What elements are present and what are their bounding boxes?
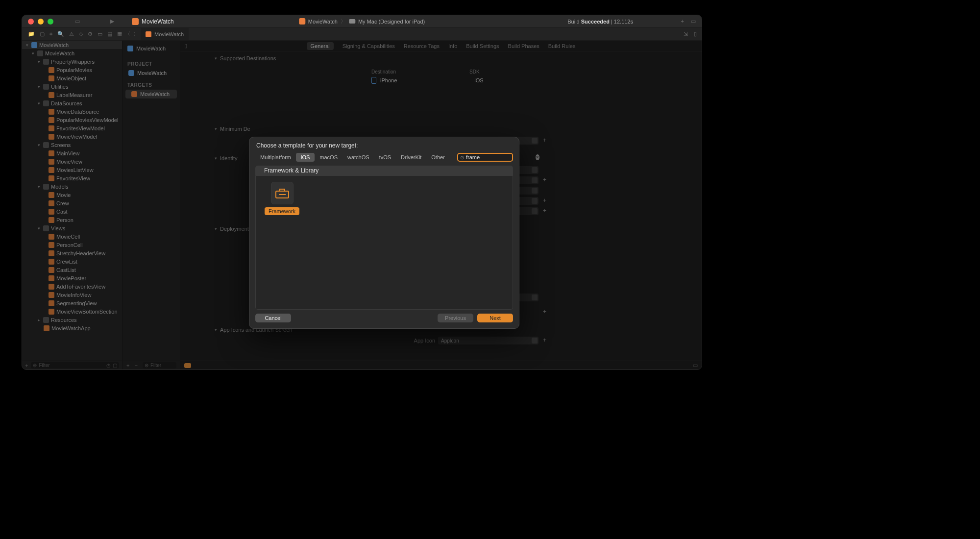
xcode-window: ▭ ▶ MovieWatch MovieWatch 〉 My Mac (Desi… [22,15,702,370]
scheme-selector[interactable]: MovieWatch 〉 My Mac (Designed for iPad) [299,18,425,25]
modal-title: Choose a template for your new target: [249,137,519,153]
content-area: ▾ MovieWatch ▾ MovieWatch ▾PropertyWrapp… [22,41,702,369]
editor-nav-buttons: ▦ 〈 〉 [117,30,139,38]
library-icon[interactable]: ▭ [691,18,696,24]
project-tab-icon [146,31,151,37]
clear-search-icon[interactable]: ✕ [536,154,539,160]
run-button-icon[interactable]: ▶ [110,18,114,24]
tab-label: MovieWatch [154,31,184,37]
project-title[interactable]: MovieWatch [132,18,174,25]
navigator-selector-bar: 󠀠📁 ▢ ⌗ 🔍 ⚠ ◇ ⚙ ▭ ▤ ▦ 〈 〉 MovieWatch ⇲ ▯ [22,28,702,41]
template-grid: Framework [255,175,513,310]
forward-icon[interactable]: 〉 [133,30,139,38]
template-category-header: Framework & Library [255,166,513,175]
platform-tab-multiplatform[interactable]: Multiplatform [255,153,296,162]
navigator-toggle-icon[interactable]: ▭ [75,18,80,24]
previous-button[interactable]: Previous [438,314,473,322]
debug-icon[interactable]: ⚙ [88,31,93,37]
titlebar-right-controls: + ▭ [681,18,696,24]
next-button[interactable]: Next [477,314,513,322]
build-status: Build Succeeded | 12.112s [567,19,633,24]
template-label: Framework [265,207,299,215]
folder-icon[interactable]: 󠀠📁 [28,31,35,37]
app-icon [132,18,139,25]
minimize-window-button[interactable] [38,19,44,24]
title-bar: ▭ ▶ MovieWatch MovieWatch 〉 My Mac (Desi… [22,15,702,28]
platform-tabs: Multiplatform iOS macOS watchOS tvOS Dri… [255,153,450,162]
close-window-button[interactable] [28,19,34,24]
layout-icon[interactable]: ⇲ [684,31,688,37]
platform-tab-other[interactable]: Other [426,153,450,162]
platform-selector-row: Multiplatform iOS macOS watchOS tvOS Dri… [249,153,519,166]
reports-icon[interactable]: ▤ [107,31,112,37]
symbol-icon[interactable]: ⌗ [49,31,52,37]
source-control-icon[interactable]: ▢ [40,31,45,37]
template-search-input[interactable] [466,154,534,160]
cancel-button[interactable]: Cancel [255,314,291,322]
platform-tab-macos[interactable]: macOS [315,153,343,162]
platform-tab-tvos[interactable]: tvOS [374,153,396,162]
scheme-device-label: My Mac (Designed for iPad) [358,19,425,24]
platform-tab-watchos[interactable]: watchOS [343,153,374,162]
tests-icon[interactable]: ◇ [79,31,83,37]
template-search-field[interactable]: ⊙ ✕ [457,153,513,162]
navigator-mode-icons: 󠀠📁 ▢ ⌗ 🔍 ⚠ ◇ ⚙ ▭ ▤ [28,31,112,37]
zoom-window-button[interactable] [48,19,53,24]
new-target-template-sheet: Choose a template for your new target: M… [249,137,519,329]
scheme-target-icon [299,18,305,24]
scheme-target-label: MovieWatch [308,19,338,24]
search-icon[interactable]: 🔍 [57,31,64,37]
platform-tab-ios[interactable]: iOS [296,153,315,162]
mac-device-icon [349,19,355,24]
issues-icon[interactable]: ⚠ [69,31,74,37]
chevron-right-icon: 〉 [341,18,346,25]
tab-moviewatch[interactable]: MovieWatch [141,28,189,40]
project-title-text: MovieWatch [142,18,174,25]
related-items-icon[interactable]: ▦ [117,30,122,38]
plus-icon[interactable]: + [681,18,684,24]
template-framework[interactable]: Framework [265,182,299,215]
traffic-lights [28,19,53,24]
editor-tabs: MovieWatch [141,28,189,40]
add-editor-icon[interactable]: ▯ [694,31,697,37]
back-icon[interactable]: 〈 [125,30,130,38]
search-icon: ⊙ [460,155,464,160]
breakpoints-icon[interactable]: ▭ [98,31,102,37]
modal-buttons: Cancel Previous Next [249,314,519,328]
editor-layout-controls: ⇲ ▯ [684,31,697,37]
platform-tab-driverkit[interactable]: DriverKit [396,153,426,162]
framework-icon [271,182,294,204]
